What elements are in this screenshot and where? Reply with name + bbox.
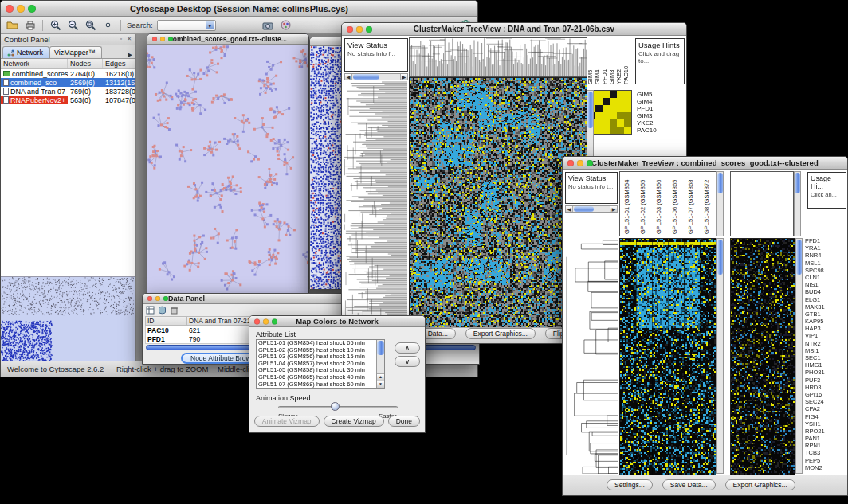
open-session-icon[interactable] <box>6 18 19 32</box>
network-row[interactable]: combined_scores 2764(0) 16218(0) <box>1 69 135 78</box>
dna-row-dendrogram-canvas[interactable] <box>344 81 407 329</box>
gene-label[interactable]: RPN1 <box>805 442 847 449</box>
scrollbar-thumb[interactable] <box>795 173 800 193</box>
database-icon[interactable] <box>158 303 167 318</box>
secondary-network-canvas[interactable] <box>310 46 344 289</box>
print-icon[interactable] <box>23 18 37 32</box>
scroll-left-icon[interactable]: ◀ <box>566 206 573 212</box>
secondary-network-titlebar[interactable] <box>310 37 344 46</box>
tab-vizmapper[interactable]: VizMapper™ <box>49 46 102 58</box>
network-view-titlebar[interactable]: combined_scores_good.txt--cluste... <box>147 34 308 45</box>
slider-thumb[interactable] <box>331 402 340 411</box>
minimize-button[interactable] <box>356 26 363 33</box>
gene-label[interactable]: PHO81 <box>805 369 847 376</box>
vertical-scrollbar[interactable] <box>795 238 803 474</box>
matrix-gene-label[interactable]: PFD1 <box>637 105 657 112</box>
vertical-scrollbar[interactable] <box>716 171 724 236</box>
network-row[interactable]: DNA and Tran 07 769(0) 183728(0) <box>1 87 135 96</box>
horizontal-scrollbar[interactable]: ◀ ▶ <box>565 205 618 213</box>
network-row[interactable]: combined_sco 2569(6) 13112(15) <box>1 78 135 87</box>
zoom-button[interactable] <box>366 26 372 33</box>
gene-label[interactable]: ELG1 <box>805 296 847 303</box>
attribute-list[interactable]: GPL51-01 (GSM854) heat shock 05 minGPL51… <box>256 339 385 389</box>
zoom-selected-icon[interactable] <box>101 18 115 32</box>
gene-label[interactable]: CPA2 <box>805 405 847 412</box>
gene-label[interactable]: PEP5 <box>805 457 847 464</box>
scrollbar-thumb[interactable] <box>717 173 723 193</box>
move-down-button[interactable]: ∨ <box>395 356 420 367</box>
close-button[interactable] <box>567 160 574 166</box>
scrollbar-thumb[interactable] <box>377 341 384 355</box>
treeview-button[interactable]: Export Graphics... <box>465 328 536 339</box>
vertical-scrollbar[interactable] <box>794 171 801 236</box>
zoom-button[interactable] <box>28 5 36 13</box>
gene-label[interactable]: NTR2 <box>805 340 847 347</box>
tab-network[interactable]: Network <box>2 46 49 58</box>
close-button[interactable] <box>152 37 157 41</box>
gene-label[interactable]: HMG1 <box>805 361 847 369</box>
scrollbar-thumb[interactable] <box>574 206 594 212</box>
dialog-button[interactable]: Animate Vizmap <box>254 416 320 427</box>
gene-label[interactable]: CLN1 <box>805 274 847 281</box>
column-header-id[interactable]: ID <box>146 317 187 325</box>
zoom-in-icon[interactable] <box>49 18 62 32</box>
dna-column-dendrogram-canvas[interactable] <box>409 37 587 77</box>
gene-label[interactable]: PFD1 <box>805 237 847 244</box>
close-button[interactable] <box>254 318 260 324</box>
gene-label[interactable]: FIG4 <box>805 413 847 420</box>
gene-label[interactable]: MSI1 <box>805 347 847 354</box>
scroll-right-icon[interactable]: ▶ <box>610 206 617 212</box>
treeview-button[interactable]: Save Data... <box>662 479 716 490</box>
gene-label[interactable]: HAP3 <box>805 325 847 332</box>
treeview-combined-titlebar[interactable]: ClusterMaker TreeView : combined_scores_… <box>563 157 847 170</box>
gene-label[interactable]: RPO21 <box>805 428 847 435</box>
vertical-scrollbar[interactable] <box>716 238 724 474</box>
matrix-gene-label[interactable]: GIM3 <box>637 112 657 119</box>
gene-label[interactable]: RNR4 <box>805 252 847 259</box>
zoom-button[interactable] <box>587 160 593 166</box>
gene-label[interactable]: HRD3 <box>805 384 847 391</box>
treeview-button[interactable]: Settings... <box>607 479 653 490</box>
scrollbar-thumb[interactable] <box>796 240 802 275</box>
treeview-dna-titlebar[interactable]: ClusterMaker TreeView : DNA and Tran 07-… <box>342 23 686 36</box>
matrix-gene-label[interactable]: YKE2 <box>637 119 657 127</box>
column-header-nodes[interactable]: Nodes <box>68 59 103 68</box>
main-titlebar[interactable]: Cytoscape Desktop (Session Name: collins… <box>1 1 477 17</box>
scrollbar-thumb[interactable] <box>587 92 593 128</box>
gene-label[interactable]: TCB3 <box>805 449 847 456</box>
gene-label[interactable]: SEC1 <box>805 354 847 361</box>
gene-label[interactable]: YSH1 <box>805 420 847 428</box>
minimize-button[interactable] <box>160 37 165 41</box>
column-header-edges[interactable]: Edges <box>103 59 135 68</box>
zoom-button[interactable] <box>163 296 168 301</box>
correlation-matrix[interactable] <box>587 90 632 135</box>
zoom-button[interactable] <box>168 37 173 41</box>
close-button[interactable] <box>347 26 353 33</box>
matrix-gene-label[interactable]: GIM4 <box>637 98 657 105</box>
animation-speed-slider[interactable] <box>278 402 398 412</box>
zoom-out-icon[interactable] <box>66 18 80 32</box>
delete-attribute-icon[interactable] <box>170 303 179 318</box>
close-button[interactable] <box>6 5 14 13</box>
search-input[interactable]: ▼ <box>157 20 216 31</box>
matrix-gene-label[interactable]: PAC10 <box>637 127 657 134</box>
gene-label[interactable]: NIS1 <box>805 281 847 288</box>
combo-arrow-icon[interactable]: ▼ <box>206 21 214 29</box>
scroll-down-icon[interactable]: ▼ <box>377 381 384 388</box>
scroll-up-icon[interactable]: ▲ <box>377 373 384 381</box>
gene-label[interactable]: GTB1 <box>805 311 847 318</box>
scrollbar-thumb[interactable] <box>717 240 723 275</box>
gene-label[interactable]: PAN1 <box>805 435 847 442</box>
tab-overflow-arrow[interactable]: ▶ <box>125 52 135 58</box>
gene-label[interactable]: GPI16 <box>805 391 847 398</box>
gene-label[interactable]: KAP95 <box>805 318 847 325</box>
gene-label[interactable]: PUF3 <box>805 377 847 384</box>
gene-label[interactable]: SEC24 <box>805 398 847 405</box>
gene-label[interactable]: VIP1 <box>805 332 847 339</box>
attribute-list-scrollbar[interactable]: ▲ ▼ <box>376 340 384 388</box>
move-up-button[interactable]: ∧ <box>395 342 420 354</box>
close-button[interactable] <box>147 296 152 301</box>
attribute-list-item[interactable]: GPL51-07 (GSM868) heat shock 60 min <box>257 381 384 389</box>
vizmapper-palette-icon[interactable] <box>279 18 292 32</box>
horizontal-scrollbar[interactable]: ◀ ▶ <box>344 73 408 80</box>
